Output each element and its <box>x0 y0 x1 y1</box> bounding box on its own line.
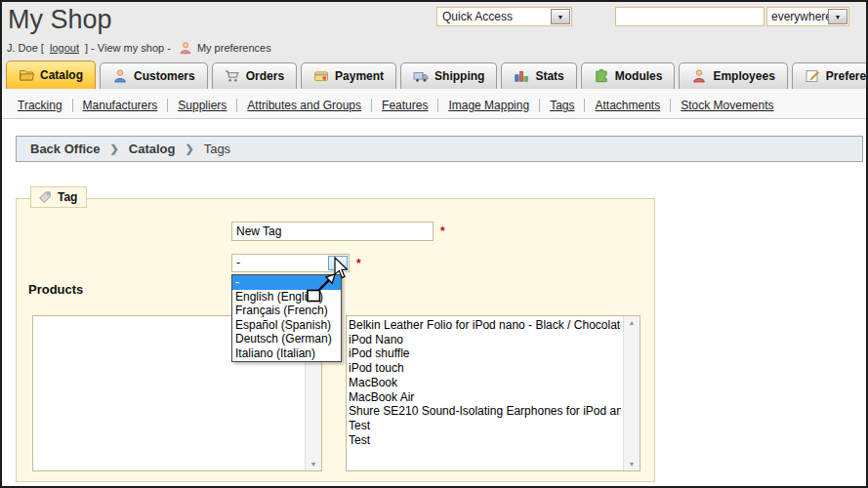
product-item[interactable]: Shure SE210 Sound-Isolating Earphones fo… <box>349 404 621 419</box>
breadcrumb-catalog[interactable]: Catalog <box>129 142 176 156</box>
breadcrumb: Back Office ❯ Catalog ❯ Tags <box>16 136 863 162</box>
subnav-item-manufacturers[interactable]: Manufacturers <box>73 99 169 112</box>
tab-stats[interactable]: Stats <box>501 62 576 89</box>
subnav-item-tracking[interactable]: Tracking <box>8 99 73 112</box>
language-option-fran-ais-french-[interactable]: Français (French) <box>232 304 341 318</box>
tab-modules[interactable]: Modules <box>581 62 676 89</box>
required-marker: * <box>440 224 445 238</box>
subnav-item-suppliers[interactable]: Suppliers <box>168 99 237 112</box>
breadcrumb-tags: Tags <box>204 142 230 156</box>
tab-customers[interactable]: Customers <box>100 62 208 89</box>
tab-catalog[interactable]: Catalog <box>6 61 96 89</box>
tab-label: Payment <box>335 69 384 83</box>
language-option-espa-ol-spanish-[interactable]: Español (Spanish) <box>232 318 341 333</box>
search-scope-select[interactable]: everywhere ▼ <box>766 7 849 26</box>
subnav: TrackingManufacturersSuppliersAttributes… <box>0 89 868 119</box>
tab-employees[interactable]: Employees <box>679 62 787 89</box>
quick-access-value: Quick Access <box>442 10 513 24</box>
search-scope-value: everywhere <box>771 10 832 24</box>
chevron-right-icon: ❯ <box>185 142 193 155</box>
person-icon <box>179 41 192 55</box>
cart-icon <box>225 68 240 84</box>
tab-label: Modules <box>615 69 663 83</box>
products-selected-listbox[interactable]: Belkin Leather Folio for iPod nano - Bla… <box>346 315 641 471</box>
chevron-right-icon: ❯ <box>110 142 119 155</box>
language-select-value: - <box>236 256 240 270</box>
search-box <box>615 7 765 26</box>
credit-card-icon <box>313 68 329 84</box>
breadcrumb-back-office[interactable]: Back Office <box>30 142 101 156</box>
customer-icon <box>112 68 128 84</box>
employee-icon <box>691 68 707 84</box>
tab-label: Employees <box>713 69 774 83</box>
product-item[interactable]: Test <box>349 433 621 448</box>
subnav-item-stock-movements[interactable]: Stock Movements <box>671 99 783 112</box>
tab-label: Catalog <box>40 68 83 82</box>
logout-link[interactable]: logout <box>50 42 79 54</box>
product-item[interactable]: iPod shuffle <box>349 346 621 361</box>
scrollbar[interactable]: ▲ ▼ <box>623 316 640 470</box>
product-item[interactable]: MacBook Air <box>349 390 621 405</box>
language-select[interactable]: - ▼ <box>231 254 350 272</box>
subnav-item-tags[interactable]: Tags <box>540 99 585 112</box>
header: My Shop J. Doe [ logout ] - View my shop… <box>0 0 868 61</box>
quick-access-select[interactable]: Quick Access ▼ <box>436 7 572 26</box>
tab-orders[interactable]: Orders <box>212 62 297 89</box>
tab-label: Shipping <box>434 69 484 83</box>
tab-label: Orders <box>246 69 284 83</box>
folder-icon <box>19 67 34 83</box>
view-shop-link[interactable]: ] - View my shop - <box>82 42 174 54</box>
subnav-item-attachments[interactable]: Attachments <box>585 99 671 112</box>
tab-preferences[interactable]: Preferences <box>792 62 868 89</box>
products-selected-items: Belkin Leather Folio for iPod nano - Bla… <box>349 318 621 468</box>
tag-legend: Tag <box>30 186 87 208</box>
search-input[interactable] <box>616 8 764 25</box>
products-label: Products <box>28 282 83 297</box>
product-item[interactable]: iPod touch <box>349 361 621 376</box>
required-marker: * <box>356 257 361 270</box>
language-option--[interactable]: - <box>232 275 341 290</box>
backoffice-window: My Shop J. Doe [ logout ] - View my shop… <box>0 0 868 488</box>
shop-title: My Shop <box>8 5 112 35</box>
tab-shipping[interactable]: Shipping <box>400 62 497 89</box>
language-dropdown-panel: -English (English)Français (French)Españ… <box>231 274 342 362</box>
tab-label: Stats <box>535 69 563 83</box>
user-name: J. Doe [ <box>7 42 47 54</box>
search-scope-dropdown-button[interactable]: ▼ <box>828 9 847 24</box>
subnav-item-attributes-and-groups[interactable]: Attributes and Groups <box>237 99 372 112</box>
tab-payment[interactable]: Payment <box>301 62 396 89</box>
tab-label: Preferences <box>826 69 868 83</box>
scroll-down-icon[interactable]: ▼ <box>306 461 321 468</box>
product-item[interactable]: iPod Nano <box>349 333 621 347</box>
language-option-english-english-[interactable]: English (English) <box>232 290 341 305</box>
bar-chart-icon <box>514 68 529 84</box>
tag-legend-label: Tag <box>58 190 77 204</box>
product-item[interactable]: Test <box>349 419 621 433</box>
my-preferences-link[interactable]: My preferences <box>197 42 271 54</box>
product-item[interactable]: Belkin Leather Folio for iPod nano - Bla… <box>349 318 621 333</box>
user-line: J. Doe [ logout ] - View my shop - My pr… <box>7 41 271 55</box>
truck-icon <box>413 68 429 84</box>
subnav-item-image-mapping[interactable]: Image Mapping <box>438 99 540 112</box>
notepad-icon <box>805 68 820 84</box>
language-dropdown-button[interactable]: ▼ <box>328 256 348 270</box>
scroll-down-icon[interactable]: ▼ <box>624 461 640 468</box>
language-option-italiano-italian-[interactable]: Italiano (Italian) <box>232 346 341 361</box>
language-option-deutsch-german-[interactable]: Deutsch (German) <box>232 332 341 346</box>
tab-label: Customers <box>134 69 195 83</box>
scroll-up-icon[interactable]: ▲ <box>624 319 640 326</box>
product-item[interactable]: MacBook <box>349 376 621 390</box>
tab-bar: CatalogCustomersOrdersPaymentShippingSta… <box>0 59 868 89</box>
quick-access-dropdown-button[interactable]: ▼ <box>551 9 570 24</box>
puzzle-icon <box>594 68 609 84</box>
tag-name-input[interactable] <box>231 222 434 241</box>
tag-icon <box>38 190 52 204</box>
subnav-item-features[interactable]: Features <box>372 99 438 112</box>
